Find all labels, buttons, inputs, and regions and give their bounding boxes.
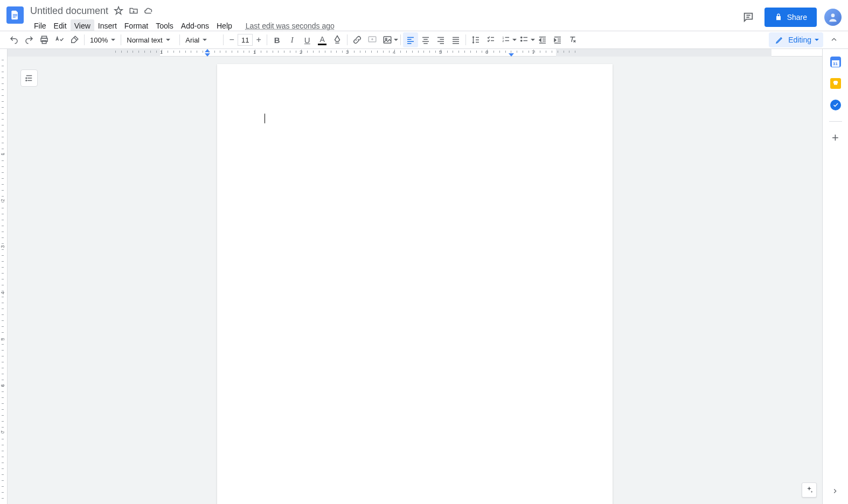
caret-down-icon[interactable] <box>531 39 535 41</box>
undo-button[interactable] <box>6 32 22 47</box>
checklist-button[interactable] <box>483 32 498 47</box>
caret-down-icon <box>166 39 170 41</box>
svg-point-47 <box>26 78 27 79</box>
text-color-button[interactable]: A <box>315 32 330 47</box>
align-left-button[interactable] <box>403 32 418 47</box>
document-icon <box>10 10 20 20</box>
zoom-select[interactable]: 100% <box>87 32 119 47</box>
align-right-button[interactable] <box>433 32 448 47</box>
vertical-ruler[interactable]: 1234567 <box>0 49 8 504</box>
bold-button[interactable]: B <box>269 32 284 47</box>
svg-point-32 <box>521 37 522 38</box>
lock-icon <box>774 13 783 22</box>
move-icon[interactable] <box>129 6 138 16</box>
svg-rect-0 <box>13 14 17 15</box>
caret-down-icon[interactable] <box>394 39 398 41</box>
font-size-increase[interactable]: + <box>253 34 265 46</box>
get-addons-button[interactable]: + <box>830 132 841 143</box>
text-cursor <box>265 114 265 123</box>
share-button[interactable]: Share <box>764 8 817 27</box>
insert-image-button[interactable] <box>380 32 395 47</box>
insert-link-button[interactable] <box>350 32 365 47</box>
svg-rect-1 <box>13 16 17 16</box>
numbered-list-button[interactable]: 12 <box>498 32 513 47</box>
calendar-app-icon[interactable] <box>830 57 841 67</box>
spellcheck-button[interactable] <box>52 32 67 47</box>
document-title[interactable]: Untitled document <box>30 5 108 17</box>
collapse-toolbar-button[interactable] <box>826 32 842 47</box>
bulleted-list-button[interactable] <box>517 32 532 47</box>
last-edit-link[interactable]: Last edit was seconds ago <box>246 22 335 30</box>
caret-down-icon[interactable] <box>512 39 517 41</box>
tasks-app-icon[interactable] <box>830 100 841 110</box>
increase-indent-button[interactable] <box>550 32 565 47</box>
svg-point-11 <box>386 38 387 40</box>
editing-mode-button[interactable]: Editing <box>769 32 823 47</box>
side-panel: + <box>822 49 848 504</box>
print-button[interactable] <box>37 32 52 47</box>
add-comment-button[interactable] <box>365 32 380 47</box>
align-justify-button[interactable] <box>448 32 463 47</box>
first-line-indent-marker[interactable] <box>205 49 210 52</box>
docs-logo[interactable] <box>6 6 24 24</box>
svg-point-33 <box>521 40 522 41</box>
workspace: 1234567 11234567 + <box>0 49 848 504</box>
clear-formatting-button[interactable] <box>565 32 580 47</box>
svg-point-48 <box>26 80 27 81</box>
align-center-button[interactable] <box>418 32 433 47</box>
keep-app-icon[interactable] <box>830 78 841 89</box>
explore-button[interactable] <box>802 482 817 498</box>
svg-point-5 <box>831 13 835 17</box>
horizontal-ruler[interactable]: 11234567 <box>8 49 822 57</box>
svg-rect-2 <box>13 17 16 17</box>
show-outline-button[interactable] <box>20 69 38 87</box>
caret-down-icon <box>203 39 207 41</box>
toolbar: 100% Normal text Arial − + B I U A 12 <box>0 31 848 49</box>
paint-format-button[interactable] <box>67 32 82 47</box>
paragraph-style-select[interactable]: Normal text <box>123 32 177 47</box>
decrease-indent-button[interactable] <box>535 32 550 47</box>
line-spacing-button[interactable] <box>468 32 483 47</box>
pencil-icon <box>775 36 784 44</box>
highlight-color-button[interactable] <box>330 32 345 47</box>
comment-history-icon[interactable] <box>740 9 757 26</box>
svg-text:2: 2 <box>503 39 505 43</box>
font-size-input[interactable] <box>238 34 253 46</box>
document-canvas[interactable] <box>8 57 822 504</box>
italic-button[interactable]: I <box>284 32 300 47</box>
font-size-decrease[interactable]: − <box>226 34 238 46</box>
account-avatar[interactable] <box>824 9 842 26</box>
star-icon[interactable] <box>114 6 123 16</box>
header: Untitled document File Edit View Insert … <box>0 0 848 31</box>
font-family-select[interactable]: Arial <box>182 32 221 47</box>
page[interactable] <box>217 64 613 504</box>
caret-down-icon <box>815 39 819 41</box>
svg-text:1: 1 <box>503 36 505 39</box>
underline-button[interactable]: U <box>300 32 315 47</box>
caret-down-icon <box>111 39 115 41</box>
cloud-status-icon[interactable] <box>144 6 154 16</box>
redo-button[interactable] <box>22 32 37 47</box>
hide-side-panel-button[interactable] <box>830 486 840 496</box>
share-label: Share <box>787 13 807 22</box>
